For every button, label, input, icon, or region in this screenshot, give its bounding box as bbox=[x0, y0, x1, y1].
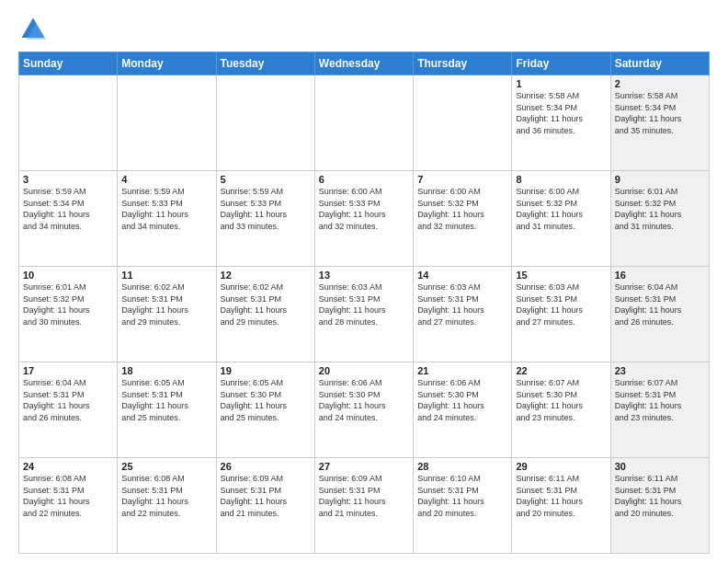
calendar-day-cell: 10Sunrise: 6:01 AM Sunset: 5:32 PM Dayli… bbox=[19, 267, 118, 362]
day-number: 16 bbox=[615, 270, 705, 281]
calendar-day-cell: 22Sunrise: 6:07 AM Sunset: 5:30 PM Dayli… bbox=[512, 362, 610, 458]
day-number: 7 bbox=[417, 174, 507, 185]
calendar-day-cell: 11Sunrise: 6:02 AM Sunset: 5:31 PM Dayli… bbox=[118, 267, 216, 362]
calendar-week-row: 17Sunrise: 6:04 AM Sunset: 5:31 PM Dayli… bbox=[19, 362, 710, 458]
day-number: 25 bbox=[121, 461, 211, 472]
weekday-header: Wednesday bbox=[314, 52, 413, 75]
day-number: 4 bbox=[121, 174, 211, 185]
calendar-day-cell: 29Sunrise: 6:11 AM Sunset: 5:31 PM Dayli… bbox=[512, 458, 610, 554]
day-number: 27 bbox=[319, 461, 409, 472]
calendar-day-cell: 17Sunrise: 6:04 AM Sunset: 5:31 PM Dayli… bbox=[19, 362, 118, 458]
calendar-day-cell: 2Sunrise: 5:58 AM Sunset: 5:34 PM Daylig… bbox=[610, 75, 709, 171]
calendar-day-cell: 5Sunrise: 5:59 AM Sunset: 5:33 PM Daylig… bbox=[216, 171, 314, 267]
day-number: 9 bbox=[615, 174, 705, 185]
day-info: Sunrise: 6:09 AM Sunset: 5:31 PM Dayligh… bbox=[319, 473, 409, 519]
weekday-header: Monday bbox=[118, 52, 216, 75]
day-number: 17 bbox=[23, 365, 113, 376]
day-number: 26 bbox=[221, 461, 311, 472]
calendar-day-cell: 8Sunrise: 6:00 AM Sunset: 5:32 PM Daylig… bbox=[512, 171, 610, 267]
day-info: Sunrise: 6:07 AM Sunset: 5:30 PM Dayligh… bbox=[516, 377, 606, 423]
day-info: Sunrise: 6:05 AM Sunset: 5:30 PM Dayligh… bbox=[221, 377, 311, 423]
day-info: Sunrise: 6:11 AM Sunset: 5:31 PM Dayligh… bbox=[516, 473, 606, 519]
day-number: 5 bbox=[221, 174, 311, 185]
day-info: Sunrise: 6:08 AM Sunset: 5:31 PM Dayligh… bbox=[121, 473, 211, 519]
calendar-table: SundayMondayTuesdayWednesdayThursdayFrid… bbox=[18, 52, 710, 554]
day-info: Sunrise: 6:06 AM Sunset: 5:30 PM Dayligh… bbox=[417, 377, 507, 423]
weekday-header: Friday bbox=[512, 52, 610, 75]
calendar-day-cell: 3Sunrise: 5:59 AM Sunset: 5:34 PM Daylig… bbox=[19, 171, 118, 267]
day-info: Sunrise: 6:09 AM Sunset: 5:31 PM Dayligh… bbox=[221, 473, 311, 519]
weekday-header: Saturday bbox=[610, 52, 709, 75]
calendar-day-cell: 13Sunrise: 6:03 AM Sunset: 5:31 PM Dayli… bbox=[314, 267, 413, 362]
day-info: Sunrise: 6:00 AM Sunset: 5:32 PM Dayligh… bbox=[417, 186, 507, 232]
day-info: Sunrise: 6:04 AM Sunset: 5:31 PM Dayligh… bbox=[23, 377, 113, 423]
day-info: Sunrise: 6:03 AM Sunset: 5:31 PM Dayligh… bbox=[516, 282, 606, 327]
day-info: Sunrise: 6:07 AM Sunset: 5:31 PM Dayligh… bbox=[615, 377, 705, 423]
day-number: 10 bbox=[23, 270, 113, 281]
day-info: Sunrise: 6:04 AM Sunset: 5:31 PM Dayligh… bbox=[615, 282, 705, 327]
day-number: 29 bbox=[516, 461, 606, 472]
calendar-day-cell: 15Sunrise: 6:03 AM Sunset: 5:31 PM Dayli… bbox=[512, 267, 610, 362]
day-info: Sunrise: 6:02 AM Sunset: 5:31 PM Dayligh… bbox=[121, 282, 211, 327]
calendar-day-cell: 1Sunrise: 5:58 AM Sunset: 5:34 PM Daylig… bbox=[512, 75, 610, 171]
header bbox=[18, 15, 710, 44]
day-info: Sunrise: 5:58 AM Sunset: 5:34 PM Dayligh… bbox=[516, 90, 606, 136]
day-info: Sunrise: 6:02 AM Sunset: 5:31 PM Dayligh… bbox=[221, 282, 311, 327]
day-number: 12 bbox=[221, 270, 311, 281]
calendar-day-cell: 9Sunrise: 6:01 AM Sunset: 5:32 PM Daylig… bbox=[610, 171, 709, 267]
calendar-day-cell: 7Sunrise: 6:00 AM Sunset: 5:32 PM Daylig… bbox=[414, 171, 512, 267]
calendar-day-cell: 12Sunrise: 6:02 AM Sunset: 5:31 PM Dayli… bbox=[216, 267, 314, 362]
day-info: Sunrise: 5:59 AM Sunset: 5:33 PM Dayligh… bbox=[221, 186, 311, 232]
day-info: Sunrise: 6:01 AM Sunset: 5:32 PM Dayligh… bbox=[615, 186, 705, 232]
day-info: Sunrise: 6:01 AM Sunset: 5:32 PM Dayligh… bbox=[23, 282, 113, 327]
day-info: Sunrise: 6:10 AM Sunset: 5:31 PM Dayligh… bbox=[417, 473, 507, 519]
calendar-day-cell: 24Sunrise: 6:08 AM Sunset: 5:31 PM Dayli… bbox=[19, 458, 118, 554]
day-info: Sunrise: 5:59 AM Sunset: 5:34 PM Dayligh… bbox=[23, 186, 113, 232]
day-number: 23 bbox=[615, 365, 705, 376]
logo-icon bbox=[18, 15, 48, 44]
day-number: 18 bbox=[121, 365, 211, 376]
day-number: 14 bbox=[417, 270, 507, 281]
calendar-day-cell bbox=[414, 75, 512, 171]
calendar-day-cell: 26Sunrise: 6:09 AM Sunset: 5:31 PM Dayli… bbox=[216, 458, 314, 554]
day-number: 11 bbox=[121, 270, 211, 281]
day-number: 28 bbox=[417, 461, 507, 472]
calendar-day-cell: 18Sunrise: 6:05 AM Sunset: 5:31 PM Dayli… bbox=[118, 362, 216, 458]
calendar-day-cell: 20Sunrise: 6:06 AM Sunset: 5:30 PM Dayli… bbox=[314, 362, 413, 458]
weekday-header: Thursday bbox=[414, 52, 512, 75]
calendar-week-row: 24Sunrise: 6:08 AM Sunset: 5:31 PM Dayli… bbox=[19, 458, 710, 554]
calendar-day-cell: 6Sunrise: 6:00 AM Sunset: 5:33 PM Daylig… bbox=[314, 171, 413, 267]
day-number: 22 bbox=[516, 365, 606, 376]
calendar-day-cell: 25Sunrise: 6:08 AM Sunset: 5:31 PM Dayli… bbox=[118, 458, 216, 554]
calendar-day-cell: 23Sunrise: 6:07 AM Sunset: 5:31 PM Dayli… bbox=[610, 362, 709, 458]
day-info: Sunrise: 6:00 AM Sunset: 5:32 PM Dayligh… bbox=[516, 186, 606, 232]
day-number: 20 bbox=[319, 365, 409, 376]
calendar-day-cell bbox=[19, 75, 118, 171]
calendar-day-cell bbox=[314, 75, 413, 171]
day-number: 21 bbox=[417, 365, 507, 376]
day-number: 30 bbox=[615, 461, 705, 472]
weekday-header: Tuesday bbox=[216, 52, 314, 75]
calendar-day-cell: 30Sunrise: 6:11 AM Sunset: 5:31 PM Dayli… bbox=[610, 458, 709, 554]
day-number: 19 bbox=[221, 365, 311, 376]
logo bbox=[18, 15, 51, 44]
day-info: Sunrise: 6:11 AM Sunset: 5:31 PM Dayligh… bbox=[615, 473, 705, 519]
calendar-day-cell: 27Sunrise: 6:09 AM Sunset: 5:31 PM Dayli… bbox=[314, 458, 413, 554]
calendar-day-cell: 21Sunrise: 6:06 AM Sunset: 5:30 PM Dayli… bbox=[414, 362, 512, 458]
calendar-day-cell: 4Sunrise: 5:59 AM Sunset: 5:33 PM Daylig… bbox=[118, 171, 216, 267]
day-number: 2 bbox=[615, 78, 705, 89]
day-number: 1 bbox=[516, 78, 606, 89]
day-number: 8 bbox=[516, 174, 606, 185]
calendar-day-cell: 19Sunrise: 6:05 AM Sunset: 5:30 PM Dayli… bbox=[216, 362, 314, 458]
calendar-day-cell: 16Sunrise: 6:04 AM Sunset: 5:31 PM Dayli… bbox=[610, 267, 709, 362]
day-info: Sunrise: 6:03 AM Sunset: 5:31 PM Dayligh… bbox=[417, 282, 507, 327]
page: SundayMondayTuesdayWednesdayThursdayFrid… bbox=[0, 0, 728, 563]
calendar-day-cell: 14Sunrise: 6:03 AM Sunset: 5:31 PM Dayli… bbox=[414, 267, 512, 362]
calendar-day-cell bbox=[216, 75, 314, 171]
calendar-day-cell: 28Sunrise: 6:10 AM Sunset: 5:31 PM Dayli… bbox=[414, 458, 512, 554]
day-info: Sunrise: 6:05 AM Sunset: 5:31 PM Dayligh… bbox=[121, 377, 211, 423]
day-info: Sunrise: 6:03 AM Sunset: 5:31 PM Dayligh… bbox=[319, 282, 409, 327]
day-info: Sunrise: 5:58 AM Sunset: 5:34 PM Dayligh… bbox=[615, 90, 705, 136]
calendar-header-row: SundayMondayTuesdayWednesdayThursdayFrid… bbox=[19, 52, 710, 75]
weekday-header: Sunday bbox=[19, 52, 118, 75]
